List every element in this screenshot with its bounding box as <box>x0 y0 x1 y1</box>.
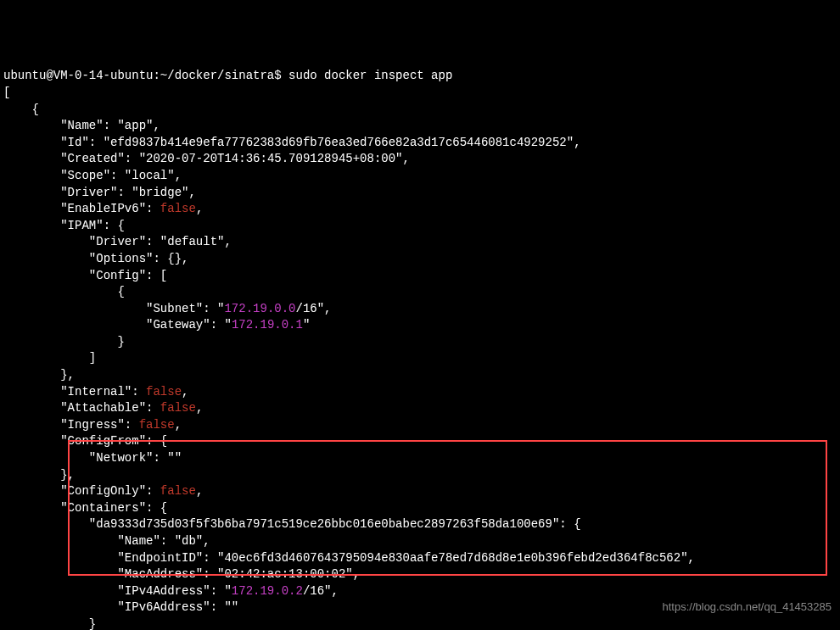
json-value: "db" <box>175 534 204 548</box>
json-key: "Containers" <box>60 501 146 515</box>
json-value: " <box>224 584 231 598</box>
json-key: "Id" <box>60 136 89 149</box>
ip-address: 172.19.0.0 <box>224 302 295 315</box>
json-key: "Network" <box>89 451 154 465</box>
terminal-output[interactable]: ubuntu@VM-0-14-ubuntu:~/docker/sinatra$ … <box>0 66 840 630</box>
json-key: "EnableIPv6" <box>60 202 146 215</box>
ip-address: 172.19.0.1 <box>232 318 303 332</box>
watermark-text: https://blog.csdn.net/qq_41453285 <box>663 599 832 615</box>
json-value: /16" <box>303 584 332 598</box>
json-key: "ConfigFrom" <box>60 434 146 448</box>
ip-address: 172.19.0.2 <box>232 584 303 598</box>
prompt-user-host: ubuntu@VM-0-14-ubuntu <box>3 69 153 82</box>
json-false: false <box>139 418 175 432</box>
json-key: "Attachable" <box>60 401 146 415</box>
json-value: "02:42:ac:13:00:02" <box>217 567 353 581</box>
json-key: "IPAM" <box>60 219 103 232</box>
json-value: "40ec6fd3d4607643795094e830aafe78ed7d68d… <box>217 551 688 565</box>
json-false: false <box>160 401 196 415</box>
json-value: "efd9837b414e9efa77762383d69fb76ea3ed766… <box>104 136 574 149</box>
json-value: "" <box>224 600 238 614</box>
json-value: "local" <box>125 169 175 182</box>
json-key: "IPv6Address" <box>117 600 210 614</box>
json-key: "Internal" <box>60 385 132 399</box>
json-value: "default" <box>160 235 225 248</box>
json-key: "Subnet" <box>146 302 203 315</box>
json-value: "2020-07-20T14:36:45.709128945+08:00" <box>139 152 403 165</box>
json-key: "ConfigOnly" <box>60 484 146 498</box>
json-key: "Options" <box>89 252 154 265</box>
json-value: " <box>303 318 310 332</box>
json-value: "" <box>167 451 182 465</box>
json-key: "Created" <box>60 152 125 165</box>
json-value: " <box>224 318 231 332</box>
prompt-path: ~/docker/sinatra <box>160 69 274 82</box>
json-key: "EndpointID" <box>117 551 203 565</box>
json-value: "app" <box>117 119 153 132</box>
json-value: "bridge" <box>132 186 188 199</box>
json-key: "Driver" <box>60 186 117 199</box>
json-false: false <box>146 385 182 399</box>
prompt-symbol: $ <box>274 69 281 82</box>
json-key: "Driver" <box>89 235 146 248</box>
json-key: "IPv4Address" <box>117 584 210 598</box>
json-key: "Name" <box>60 119 103 132</box>
json-key: "MacAddress" <box>117 567 203 581</box>
json-false: false <box>160 484 196 498</box>
json-key: "Name" <box>117 534 160 548</box>
json-key: "Gateway" <box>146 318 210 332</box>
json-value: /16" <box>295 302 324 315</box>
json-key: "Config" <box>89 269 146 282</box>
container-hash: "da9333d735d03f5f3b6ba7971c519ce26bbc016… <box>89 517 560 531</box>
json-false: false <box>160 202 196 215</box>
json-key: "Scope" <box>60 169 110 182</box>
json-key: "Ingress" <box>60 418 125 432</box>
command-text: sudo docker inspect app <box>288 69 452 82</box>
